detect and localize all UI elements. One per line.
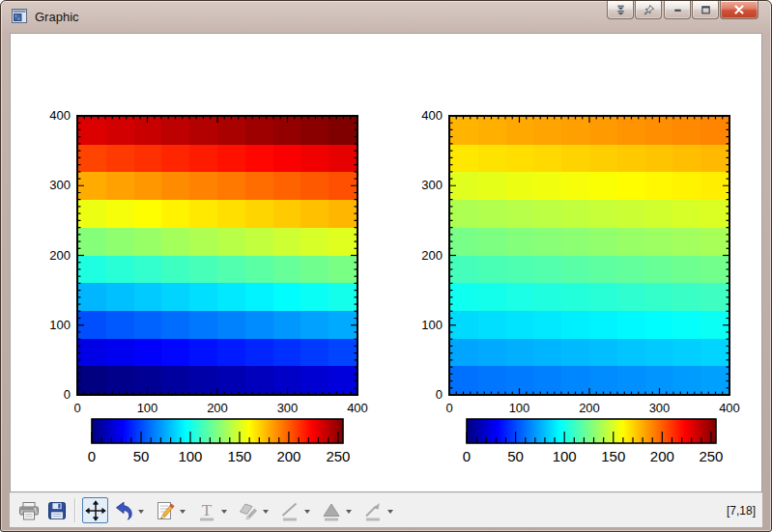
heatmap-cell xyxy=(450,145,478,173)
heatmap-cell xyxy=(217,256,245,284)
toolbar-separator xyxy=(74,498,76,522)
heatmap-cell xyxy=(533,117,561,145)
double-chevron-down-icon xyxy=(615,4,627,16)
heatmap-cell xyxy=(506,283,534,311)
heatmap-cell xyxy=(329,283,357,311)
save-icon xyxy=(45,499,69,522)
heatmap-cell xyxy=(245,117,273,145)
heatmap-cell xyxy=(106,172,134,200)
heatmap-cell xyxy=(78,339,106,367)
heatmap-cell xyxy=(617,366,645,394)
y-tick-label: 200 xyxy=(28,248,71,263)
heatmap-cell xyxy=(134,339,162,367)
heatmap-cell xyxy=(217,283,245,311)
heatmap-cell xyxy=(701,311,729,339)
maximize-button[interactable] xyxy=(692,1,719,19)
heatmap-cell xyxy=(106,145,134,173)
heatmap-cell xyxy=(561,200,589,228)
heatmap-cell xyxy=(701,366,729,394)
text-button: T xyxy=(193,497,219,523)
close-button[interactable] xyxy=(720,1,758,19)
annotate-button[interactable] xyxy=(152,497,178,523)
heatmap-cell xyxy=(273,200,301,228)
pan-button[interactable] xyxy=(82,497,108,523)
undo-dropdown-arrow[interactable] xyxy=(138,510,144,514)
heatmap-image-left[interactable] xyxy=(78,117,357,394)
y-tick-label: 0 xyxy=(400,387,443,402)
pushpin-icon xyxy=(643,4,655,16)
maximize-icon xyxy=(700,4,712,16)
heatmap-cell xyxy=(106,283,134,311)
heatmap-cell xyxy=(672,339,701,367)
heatmap-cell xyxy=(450,311,478,339)
heatmap-cell xyxy=(533,366,561,394)
heatmap-cell xyxy=(617,339,645,367)
colorbar-tick-label: 150 xyxy=(591,448,636,464)
heatmap-cell xyxy=(478,311,506,339)
arrow-dropdown-arrow xyxy=(387,510,393,514)
heatmap-cell xyxy=(217,117,245,145)
heatmap-cell xyxy=(701,256,729,284)
collapse-button[interactable] xyxy=(607,1,634,19)
y-tick-label: 400 xyxy=(28,108,71,123)
heatmap-cell xyxy=(672,256,701,284)
heatmap-cell xyxy=(617,172,645,200)
heatmap-cell xyxy=(300,172,329,200)
toolbar-buttons: T xyxy=(14,497,400,523)
heatmap-cell xyxy=(245,366,273,394)
minimize-button[interactable] xyxy=(664,1,691,19)
heatmap-cell xyxy=(300,256,329,284)
heatmap-image-right[interactable] xyxy=(450,117,729,394)
heatmap-cell xyxy=(478,228,506,256)
graphics-canvas[interactable]: 0100200300400010020030040005010015020025… xyxy=(10,33,762,492)
heatmap-cell xyxy=(78,172,106,200)
heatmap-cell xyxy=(589,200,617,228)
heatmap-cell xyxy=(645,339,673,367)
y-tick-label: 300 xyxy=(28,178,71,192)
heatmap-cell xyxy=(106,228,134,256)
heatmap-cell xyxy=(450,366,478,394)
freehand-tool-icon xyxy=(237,499,260,522)
heatmap-cell xyxy=(617,228,645,256)
heatmap-cell xyxy=(106,117,134,145)
heatmap-cell xyxy=(506,366,534,394)
heatmap-cell xyxy=(506,145,534,173)
undo-icon xyxy=(112,499,135,522)
heatmap-cell xyxy=(478,283,506,311)
heatmap-cell xyxy=(506,256,534,284)
heatmap-cell xyxy=(245,339,273,367)
caption-button-group-right xyxy=(664,1,758,19)
heatmap-cell xyxy=(617,200,645,228)
heatmap-cell xyxy=(134,117,162,145)
save-button[interactable] xyxy=(43,497,70,523)
heatmap-cell xyxy=(506,117,534,145)
heatmap-cell xyxy=(478,256,506,284)
colorbar-tick-label: 50 xyxy=(494,448,538,464)
heatmap-cell xyxy=(589,283,617,311)
heatmap-cell xyxy=(672,117,701,145)
colorbar-tick-label: 250 xyxy=(689,448,733,464)
heatmap-cell xyxy=(701,145,729,173)
titlebar[interactable]: Graphic xyxy=(1,1,771,32)
freehand-button xyxy=(235,497,261,523)
undo-button[interactable] xyxy=(110,497,136,523)
heatmap-cell xyxy=(161,366,189,394)
line-tool-icon xyxy=(278,499,301,522)
heatmap-cell xyxy=(189,145,217,173)
heatmap-cell xyxy=(701,339,729,367)
print-button[interactable] xyxy=(15,497,42,523)
heatmap-cell xyxy=(645,366,673,394)
heatmap-cell xyxy=(672,311,701,339)
heatmap-cell xyxy=(329,366,357,394)
heatmap-cell xyxy=(533,283,561,311)
heatmap-cell xyxy=(161,311,189,339)
pin-button[interactable] xyxy=(635,1,662,19)
heatmap-cell xyxy=(589,117,617,145)
heatmap-cell xyxy=(589,339,617,367)
annotate-dropdown-arrow[interactable] xyxy=(180,510,186,514)
heatmap-cell xyxy=(134,283,162,311)
heatmap-cell xyxy=(78,283,106,311)
heatmap-cell xyxy=(329,117,357,145)
heatmap-cell xyxy=(561,366,589,394)
x-tick-label: 400 xyxy=(336,401,379,415)
